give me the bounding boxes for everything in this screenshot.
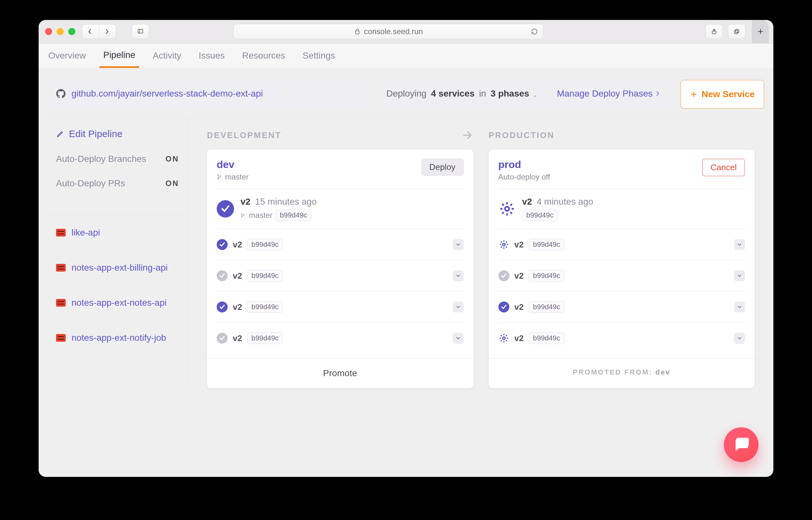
- repo-text: github.com/jayair/serverless-stack-demo-…: [72, 88, 263, 99]
- row-version: v2: [514, 271, 524, 281]
- tab-pipeline[interactable]: Pipeline: [100, 44, 139, 68]
- new-service-button[interactable]: New Service: [680, 80, 764, 109]
- stage-title[interactable]: dev: [217, 159, 249, 171]
- service-item[interactable]: notes-app-ext-notify-job: [48, 320, 187, 356]
- expand-row-button[interactable]: [453, 239, 464, 250]
- reload-icon[interactable]: [531, 28, 538, 35]
- commit-pill[interactable]: b99d49c: [529, 332, 564, 344]
- chat-button[interactable]: [724, 427, 759, 462]
- arrow-right-icon: [462, 130, 473, 140]
- option-auto-deploy-branches[interactable]: Auto-Deploy Branches ON: [56, 147, 179, 171]
- window-zoom-button[interactable]: [68, 28, 75, 35]
- stage-sub: Auto-deploy off: [499, 173, 550, 181]
- expand-row-button[interactable]: [734, 333, 745, 344]
- commit-pill[interactable]: b99d49c: [529, 239, 564, 250]
- page-content: github.com/jayair/serverless-stack-demo-…: [39, 68, 773, 388]
- row-version: v2: [514, 333, 524, 343]
- serverless-icon: [56, 264, 66, 271]
- promote-button[interactable]: Promote: [207, 358, 473, 388]
- deploy-mid: in: [479, 88, 486, 99]
- deploy-prefix: Deploying: [386, 88, 427, 99]
- service-item[interactable]: notes-app-ext-notes-api: [48, 285, 187, 320]
- build-version: v2: [522, 197, 532, 207]
- expand-row-button[interactable]: [734, 239, 745, 250]
- branch-icon: [217, 174, 223, 180]
- manage-label: Manage Deploy Phases: [557, 88, 653, 99]
- service-name: notes-app-ext-notify-job: [72, 333, 166, 343]
- build-time: 15 minutes ago: [255, 197, 316, 207]
- service-name: notes-app-ext-billing-api: [72, 263, 168, 273]
- lock-icon: [354, 28, 361, 35]
- expand-row-button[interactable]: [734, 302, 745, 312]
- deploy-button[interactable]: Deploy: [422, 159, 464, 176]
- option-value: ON: [166, 154, 179, 163]
- check-icon: [217, 333, 228, 344]
- build-summary[interactable]: v2 4 minutes ago b99d49c: [499, 189, 745, 227]
- stage-label-text: PRODUCTION: [489, 130, 555, 140]
- address-text: console.seed.run: [364, 27, 423, 36]
- gear-icon: [499, 333, 509, 344]
- branch-icon: [240, 213, 246, 218]
- commit-pill[interactable]: b99d49c: [529, 301, 564, 313]
- build-row: v2 b99d49c: [217, 291, 464, 323]
- stage-label-text: DEVELOPMENT: [207, 130, 281, 140]
- nav-back-button[interactable]: [82, 24, 99, 39]
- show-tabs-button[interactable]: [728, 24, 745, 39]
- commit-pill[interactable]: b99d49c: [247, 301, 283, 313]
- gear-icon: [499, 239, 509, 250]
- service-name: like-api: [72, 228, 100, 238]
- deploy-suffix: .: [534, 88, 536, 99]
- window-close-button[interactable]: [45, 28, 52, 35]
- cancel-button[interactable]: Cancel: [702, 159, 745, 176]
- window-minimize-button[interactable]: [57, 28, 64, 35]
- manage-deploy-phases-link[interactable]: Manage Deploy Phases: [557, 88, 661, 99]
- browser-sidebar-button[interactable]: [132, 24, 149, 39]
- option-label: Auto-Deploy Branches: [56, 154, 146, 164]
- commit-pill[interactable]: b99d49c: [247, 239, 283, 250]
- option-auto-deploy-prs[interactable]: Auto-Deploy PRs ON: [56, 171, 179, 196]
- check-icon: [217, 200, 234, 217]
- build-row: v2 b99d49c: [499, 229, 745, 260]
- stage-development: DEVELOPMENT dev master: [207, 127, 473, 388]
- repo-link[interactable]: github.com/jayair/serverless-stack-demo-…: [48, 80, 367, 107]
- stages: DEVELOPMENT dev master: [188, 119, 764, 388]
- address-bar[interactable]: console.seed.run: [233, 24, 543, 39]
- commit-pill[interactable]: b99d49c: [276, 209, 311, 221]
- build-version: v2: [240, 197, 251, 207]
- tab-activity[interactable]: Activity: [149, 44, 185, 68]
- window-controls: [45, 28, 75, 35]
- tab-overview[interactable]: Overview: [45, 44, 90, 68]
- service-item[interactable]: like-api: [48, 215, 187, 250]
- option-value: ON: [166, 179, 179, 188]
- service-list: like-api notes-app-ext-billing-api notes…: [48, 215, 187, 356]
- tab-resources[interactable]: Resources: [238, 44, 289, 68]
- expand-row-button[interactable]: [453, 302, 464, 312]
- service-item[interactable]: notes-app-ext-billing-api: [48, 250, 187, 285]
- commit-pill[interactable]: b99d49c: [529, 270, 564, 282]
- expand-row-button[interactable]: [734, 270, 745, 281]
- row-version: v2: [233, 271, 242, 281]
- new-tab-button[interactable]: [752, 20, 769, 43]
- row-version: v2: [233, 333, 242, 343]
- expand-row-button[interactable]: [453, 333, 464, 344]
- stage-header: prod Auto-deploy off Cancel: [499, 159, 745, 189]
- toolbar: github.com/jayair/serverless-stack-demo-…: [48, 80, 764, 109]
- share-button[interactable]: [705, 24, 723, 39]
- commit-pill[interactable]: b99d49c: [247, 332, 283, 344]
- tab-issues[interactable]: Issues: [195, 44, 229, 68]
- stage-card: dev master Deploy: [207, 150, 473, 388]
- edit-pipeline-label: Edit Pipeline: [69, 128, 123, 139]
- stage-production: PRODUCTION prod Auto-deploy off Cancel: [489, 127, 755, 388]
- commit-pill[interactable]: b99d49c: [522, 209, 558, 221]
- edit-pipeline-link[interactable]: Edit Pipeline: [56, 128, 179, 147]
- stage-title[interactable]: prod: [499, 159, 550, 171]
- nav-forward-button[interactable]: [99, 24, 116, 39]
- check-icon: [217, 302, 228, 312]
- build-summary[interactable]: v2 15 minutes ago master b99d49c: [217, 189, 464, 227]
- service-name: notes-app-ext-notes-api: [72, 297, 167, 308]
- tab-settings[interactable]: Settings: [299, 44, 339, 68]
- expand-row-button[interactable]: [453, 270, 464, 281]
- browser-right-tools: [705, 24, 745, 39]
- commit-pill[interactable]: b99d49c: [247, 270, 283, 282]
- check-icon: [499, 270, 509, 281]
